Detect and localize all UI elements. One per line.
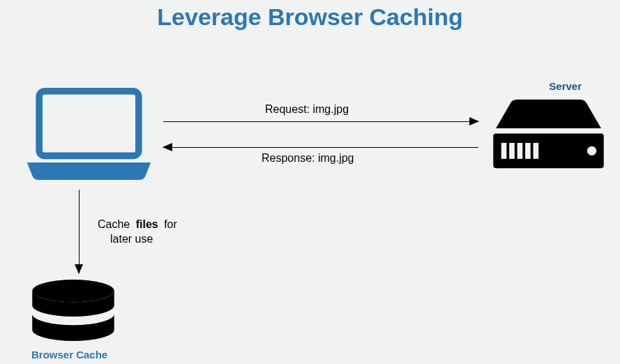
request-arrow xyxy=(163,121,478,122)
cache-arrow xyxy=(79,190,80,273)
request-label: Request: img.jpg xyxy=(265,103,349,116)
response-label: Response: img.jpg xyxy=(262,152,354,165)
cache-text-a: Cache xyxy=(98,218,130,230)
server-label: Server xyxy=(549,80,582,92)
browser-cache-label: Browser Cache xyxy=(31,349,107,361)
svg-rect-6 xyxy=(534,143,539,159)
laptop-icon xyxy=(21,87,157,181)
server-icon xyxy=(491,98,606,171)
cache-text-b: files xyxy=(133,218,161,230)
svg-point-7 xyxy=(587,146,596,156)
database-icon xyxy=(28,279,119,342)
svg-rect-2 xyxy=(501,143,507,159)
svg-rect-4 xyxy=(517,143,523,159)
response-arrow xyxy=(163,147,478,148)
cache-label: Cache files for later use xyxy=(98,218,195,247)
page-title: Leverage Browser Caching xyxy=(0,3,620,31)
svg-rect-0 xyxy=(39,91,139,156)
svg-rect-5 xyxy=(525,143,531,159)
cache-text-c: for xyxy=(164,218,177,230)
cache-text-d: later use xyxy=(98,233,153,245)
svg-rect-3 xyxy=(509,143,515,159)
svg-point-8 xyxy=(32,280,114,302)
